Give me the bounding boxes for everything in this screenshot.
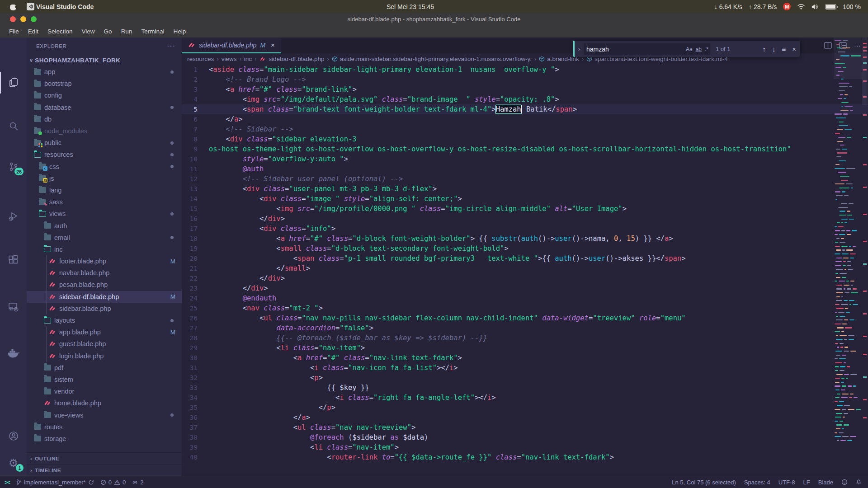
tab-close-icon[interactable]: × <box>271 41 275 49</box>
code-line-21[interactable]: 21 </small> <box>182 263 868 273</box>
apple-icon[interactable] <box>10 3 17 10</box>
breadcrumb-item[interactable]: aside.main-sidebar.sidebar-light-primary… <box>332 56 532 62</box>
code-line-14[interactable]: 14 <div class="image " style="align-self… <box>182 194 868 204</box>
code-line-4[interactable]: 4 <img src="/img/default/pala.svg" class… <box>182 94 868 104</box>
project-section-header[interactable]: ∨ SHOPHAMZAHBATIK_FORK <box>27 54 182 66</box>
menu-terminal[interactable]: Terminal <box>137 27 169 36</box>
menu-go[interactable]: Go <box>99 27 117 36</box>
code-line-13[interactable]: 13 <div class="user-panel mt-3 pb-3 mb-3… <box>182 184 868 194</box>
code-line-37[interactable]: 37 <ul class="nav nav-treeview"> <box>182 422 868 432</box>
code-line-11[interactable]: 11 @auth <box>182 164 868 174</box>
source-control-icon[interactable]: 26 <box>0 156 27 178</box>
code-line-40[interactable]: 40 <router-link to="{{ $data->route_fe }… <box>182 452 868 462</box>
code-line-7[interactable]: 7 <!-- Sidebar --> <box>182 124 868 134</box>
explorer-icon[interactable] <box>0 72 27 94</box>
code-line-9[interactable]: 9os-host os-theme-light os-host-overflow… <box>182 144 868 154</box>
menu-selection[interactable]: Selection <box>43 27 77 36</box>
search-icon[interactable] <box>0 115 27 137</box>
cursor-position[interactable]: Ln 5, Col 75 (6 selected) <box>672 479 736 486</box>
code-line-26[interactable]: 26 <ul class="nav nav-pills nav-sidebar … <box>182 313 868 323</box>
run-debug-icon[interactable] <box>0 206 27 227</box>
code-line-18[interactable]: 18 <a href="#" class="d-block font-weigh… <box>182 234 868 244</box>
menubar-clock[interactable]: Sel Mei 23 15:45 <box>387 3 434 10</box>
code-line-38[interactable]: 38 @foreach ($sidebar as $data) <box>182 432 868 442</box>
timeline-section[interactable]: › TIMELINE <box>27 464 182 476</box>
code-line-19[interactable]: 19 <small class="d-block text-secondary … <box>182 244 868 253</box>
problems-item[interactable]: 0 0 <box>100 479 126 486</box>
tree-item-bootstrap[interactable]: bootstrap <box>27 78 182 89</box>
tree-item-routes[interactable]: routes <box>27 421 182 433</box>
minimap[interactable] <box>834 38 862 449</box>
tree-item-auth[interactable]: auth <box>27 220 182 231</box>
tree-item-login.blade.php[interactable]: login.blade.php <box>27 350 182 362</box>
tree-item-inc[interactable]: inc <box>27 244 182 255</box>
eol-setting[interactable]: LF <box>803 479 810 486</box>
breadcrumb-item[interactable]: views <box>222 56 237 62</box>
tree-item-layouts[interactable]: layouts <box>27 314 182 326</box>
tree-item-vendor[interactable]: vendor <box>27 385 182 397</box>
code-line-39[interactable]: 39 <li class="nav-item"> <box>182 442 868 452</box>
explorer-more-actions[interactable]: ··· <box>167 42 175 50</box>
wifi-icon[interactable] <box>797 4 805 10</box>
menubar-m-badge[interactable]: M <box>783 3 791 10</box>
tree-item-sidebar.blade.php[interactable]: sidebar.blade.php <box>27 303 182 314</box>
window-close-button[interactable] <box>10 16 16 22</box>
tree-item-email[interactable]: email <box>27 232 182 244</box>
find-in-selection-button[interactable]: ≡ <box>782 45 786 53</box>
code-line-5[interactable]: 5 <span class="brand-text font-weight-bo… <box>182 104 868 114</box>
code-line-6[interactable]: 6 </a> <box>182 114 868 124</box>
regex-toggle[interactable]: .* <box>705 46 708 52</box>
window-maximize-button[interactable] <box>31 16 37 22</box>
tree-item-database[interactable]: database <box>27 102 182 113</box>
tree-item-resources[interactable]: resources <box>27 149 182 160</box>
code-line-22[interactable]: 22 </div> <box>182 273 868 283</box>
code-line-15[interactable]: 15 <img src="/img/profile/0000.png " cla… <box>182 204 868 214</box>
tree-item-pesan.blade.php[interactable]: pesan.blade.php <box>27 279 182 291</box>
tree-item-js[interactable]: JSjs <box>27 173 182 184</box>
notifications-bell-icon[interactable] <box>856 479 862 485</box>
encoding-setting[interactable]: UTF-8 <box>778 479 795 486</box>
code-line-20[interactable]: 20 <span class="p-1 small rounded bgf-pr… <box>182 253 868 263</box>
code-line-36[interactable]: 36 </a> <box>182 413 868 422</box>
code-line-28[interactable]: 28 {{-- @foreach ($side_bar as $key => $… <box>182 333 868 343</box>
code-line-3[interactable]: 3 <a href="#" class="brand-link"> <box>182 84 868 94</box>
code-line-34[interactable]: 34 <i class="right fa fa-angle-left"></i… <box>182 393 868 403</box>
menu-help[interactable]: Help <box>169 27 190 36</box>
tree-item-app[interactable]: app <box>27 66 182 78</box>
tree-item-lang[interactable]: lang <box>27 184 182 196</box>
code-line-23[interactable]: 23 </div> <box>182 283 868 293</box>
code-line-24[interactable]: 24 @endauth <box>182 293 868 303</box>
language-mode[interactable]: Blade <box>818 479 833 486</box>
tree-item-views[interactable]: views <box>27 208 182 220</box>
code-line-32[interactable]: 32 <p> <box>182 373 868 383</box>
tree-item-app.blade.php[interactable]: app.blade.phpM <box>27 326 182 338</box>
tree-item-footer.blade.php[interactable]: footer.blade.phpM <box>27 255 182 267</box>
remote-indicator[interactable]: >< <box>5 479 9 486</box>
code-line-31[interactable]: 31 <i class="nav-icon fa fa-list"></i> <box>182 363 868 373</box>
feedback-icon[interactable] <box>841 479 848 485</box>
find-close-button[interactable]: × <box>792 45 796 53</box>
extensions-icon[interactable] <box>0 249 27 271</box>
volume-icon[interactable] <box>811 4 819 10</box>
code-line-17[interactable]: 17 <div class="info"> <box>182 224 868 234</box>
code-line-27[interactable]: 27 data-accordion="false"> <box>182 323 868 333</box>
tree-item-config[interactable]: config <box>27 89 182 101</box>
menubar-app-name[interactable]: Visual Studio Code <box>36 3 94 10</box>
code-line-29[interactable]: 29 <li class="nav-item"> <box>182 343 868 353</box>
split-editor-icon[interactable] <box>824 42 832 49</box>
match-case-toggle[interactable]: Aa <box>686 46 693 52</box>
git-branch-item[interactable]: implementasi_member* <box>16 479 94 486</box>
tab-sidebar-df[interactable]: sidebar-df.blade.php M × <box>182 38 281 53</box>
whole-word-toggle[interactable]: ab <box>696 46 702 52</box>
code-line-35[interactable]: 35 </p> <box>182 403 868 413</box>
breadcrumb-item[interactable]: a.brand-link <box>539 56 579 62</box>
ports-item[interactable]: 2 <box>132 479 143 486</box>
tree-item-db[interactable]: db <box>27 113 182 125</box>
code-line-10[interactable]: 10 style="overflow-y:auto "> <box>182 154 868 164</box>
breadcrumb-item[interactable]: inc <box>244 56 252 62</box>
code-line-12[interactable]: 12 <!-- Sidebar user panel (optional) --… <box>182 174 868 184</box>
tree-item-home.blade.php[interactable]: home.blade.php <box>27 397 182 409</box>
tree-item-pdf[interactable]: pdf <box>27 362 182 374</box>
tree-item-storage[interactable]: storage <box>27 433 182 445</box>
code-editor[interactable]: 1<aside class="main-sidebar sidebar-ligh… <box>182 65 868 476</box>
